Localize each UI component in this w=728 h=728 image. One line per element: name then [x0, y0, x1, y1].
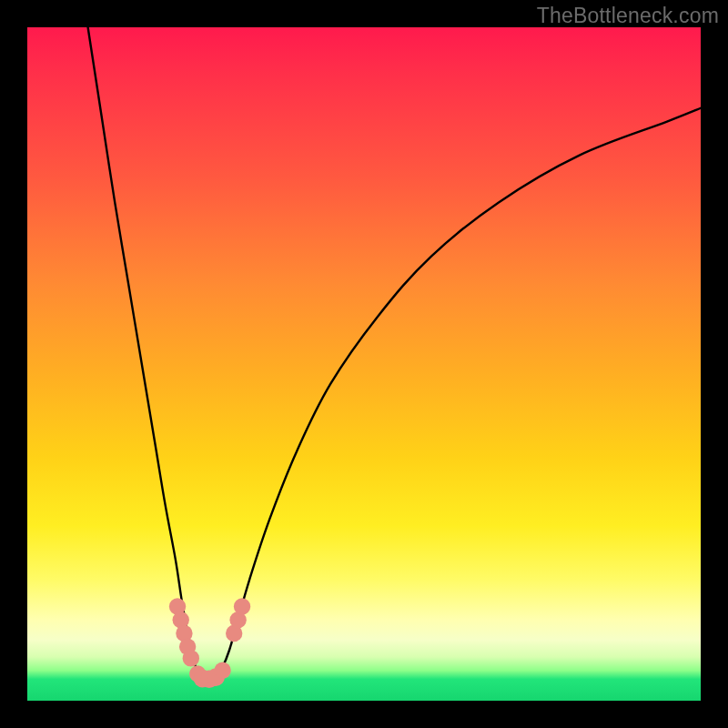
watermark-text: TheBottleneck.com — [537, 4, 719, 28]
curve-markers — [169, 598, 250, 688]
curve-marker — [183, 650, 199, 666]
curve-marker — [234, 598, 250, 614]
chart-frame: TheBottleneck.com — [0, 0, 728, 728]
bottleneck-curve — [88, 27, 701, 682]
chart-plot-area — [27, 27, 701, 701]
curve-marker — [214, 662, 230, 679]
chart-svg — [27, 27, 701, 701]
